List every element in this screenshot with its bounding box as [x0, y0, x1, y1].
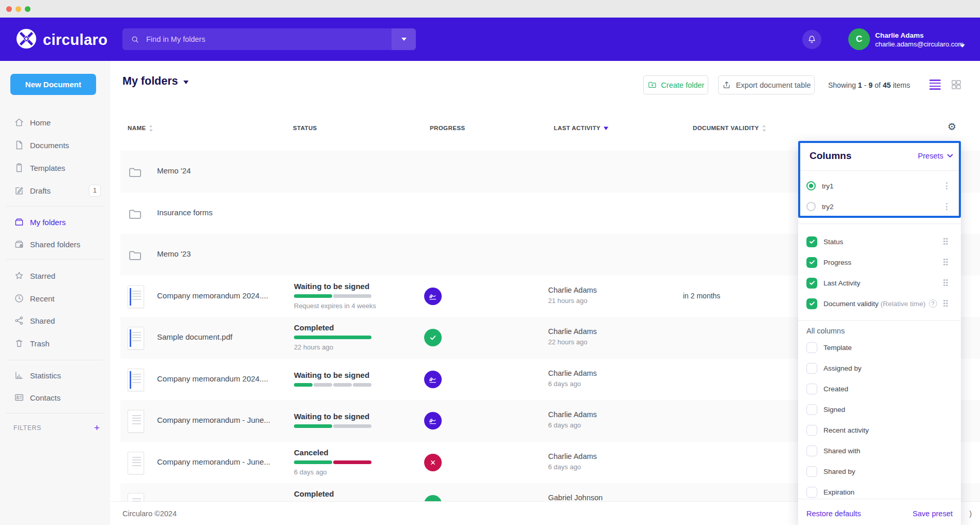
sidebar-item-home[interactable]: Home [0, 113, 110, 132]
sidebar-item-starred[interactable]: Starred [0, 266, 110, 285]
panel-divider [798, 170, 961, 171]
presets-dropdown[interactable]: Presets [918, 152, 953, 160]
activity-user: Charlie Adams [548, 452, 597, 460]
activity-user: Charlie Adams [548, 286, 597, 294]
save-preset-link[interactable]: Save preset [913, 510, 953, 518]
sidebar-item-documents[interactable]: Documents [0, 136, 110, 154]
column-checkbox-unchecked[interactable] [806, 487, 817, 498]
column-checkbox-checked[interactable] [806, 236, 817, 247]
brand[interactable]: circularo [15, 28, 107, 52]
column-checkbox-unchecked[interactable] [806, 466, 817, 477]
user-menu-caret-icon[interactable] [960, 44, 965, 47]
all-column-shared-with: Shared with [798, 440, 961, 461]
drafts-count-badge: 1 [89, 185, 101, 197]
sidebar-item-label: Templates [30, 164, 65, 172]
row-name: Company memorandum 2024.... [157, 291, 268, 300]
all-column-shared-by: Shared by [798, 461, 961, 482]
app-window: circularo C Charlie Adams charlie.adams@… [0, 0, 980, 525]
row-name: Insurance forms [157, 208, 213, 217]
column-checkbox-unchecked[interactable] [806, 342, 817, 353]
visible-column-status: Status [798, 231, 961, 252]
document-thumbnail [128, 410, 144, 433]
sidebar-divider [6, 360, 104, 360]
folder-icon [128, 165, 142, 178]
trash-icon [13, 338, 25, 349]
activity-user: Charlie Adams [548, 327, 597, 336]
panel-divider [798, 320, 961, 321]
status-label: Waiting to be signed [294, 371, 369, 379]
avatar[interactable]: C [848, 28, 870, 50]
drag-handle-icon[interactable] [943, 259, 948, 266]
drag-handle-icon[interactable] [943, 279, 948, 287]
sidebar-item-templates[interactable]: Templates [0, 158, 110, 177]
sidebar-item-recent[interactable]: Recent [0, 289, 110, 308]
preset-radio[interactable] [806, 181, 816, 190]
preset-row-try2[interactable]: try2 [798, 196, 961, 217]
sidebar-item-shared[interactable]: Shared [0, 311, 110, 330]
new-document-button[interactable]: New Document [10, 74, 96, 95]
progress-bar [294, 383, 371, 387]
row-name: Company memorandum - June... [157, 416, 270, 424]
clock-icon [13, 293, 25, 304]
my-folders-icon [13, 216, 25, 228]
preset-radio[interactable] [806, 202, 816, 211]
progress-bar [294, 424, 371, 428]
row-name: Memo '24 [157, 166, 191, 175]
column-checkbox-unchecked[interactable] [806, 446, 817, 456]
activity-user: Gabriel Johnson [548, 494, 603, 502]
help-icon[interactable]: ? [929, 299, 937, 308]
column-checkbox-checked[interactable] [806, 257, 817, 268]
more-options-icon[interactable] [945, 202, 948, 211]
user-email: charlie.adams@circularo.com [875, 40, 963, 48]
column-checkbox-unchecked[interactable] [806, 363, 817, 374]
sidebar-item-drafts[interactable]: Drafts1 [0, 181, 110, 200]
share-icon [13, 315, 25, 326]
progress-bar [294, 460, 371, 464]
app-header: circularo C Charlie Adams charlie.adams@… [0, 18, 980, 61]
close-window-button[interactable] [6, 6, 12, 12]
column-checkbox-checked[interactable] [806, 298, 817, 309]
bell-icon [806, 34, 817, 45]
sidebar-item-trash[interactable]: Trash [0, 334, 110, 353]
status-label: Waiting to be signed [294, 412, 369, 421]
document-thumbnail [128, 369, 144, 391]
column-checkbox-unchecked[interactable] [806, 404, 817, 415]
drag-handle-icon[interactable] [943, 238, 948, 246]
sidebar-divider [6, 206, 104, 206]
add-filter-button[interactable]: + [94, 422, 100, 434]
sidebar: New Document HomeDocumentsTemplatesDraft… [0, 61, 111, 525]
footer-right-fragment: ) [969, 502, 972, 525]
preset-row-try1[interactable]: try1 [798, 176, 961, 196]
column-checkbox-unchecked[interactable] [806, 425, 817, 436]
row-name: Memo '23 [157, 249, 191, 258]
activity-time: 6 days ago [548, 463, 581, 471]
notifications-button[interactable] [802, 30, 821, 49]
sidebar-item-contacts[interactable]: Contacts [0, 388, 110, 407]
search-scope-dropdown[interactable] [392, 28, 416, 50]
folder-icon [128, 207, 142, 219]
sidebar-item-shared-folders[interactable]: Shared folders [0, 235, 110, 253]
row-name: Sample document.pdf [157, 332, 232, 341]
column-checkbox-unchecked[interactable] [806, 384, 817, 394]
sidebar-item-my-folders[interactable]: My folders [0, 213, 110, 231]
status-label: Completed [294, 323, 334, 332]
status-label: Completed [294, 489, 334, 498]
sidebar-item-label: Recent [30, 294, 55, 303]
sidebar-item-label: Documents [30, 141, 69, 150]
sidebar-item-label: My folders [30, 218, 66, 227]
status-label: Waiting to be signed [294, 282, 369, 291]
restore-defaults-link[interactable]: Restore defaults [806, 510, 861, 518]
more-options-icon[interactable] [945, 181, 948, 190]
search-input[interactable] [140, 35, 392, 43]
column-checkbox-checked[interactable] [806, 278, 817, 289]
drag-handle-icon[interactable] [943, 300, 948, 308]
sidebar-item-label: Contacts [30, 393, 60, 402]
chevron-down-icon [947, 154, 953, 158]
all-column-recent-activity: Recent activity [798, 420, 961, 440]
brand-name: circularo [43, 31, 107, 49]
status-label: Canceled [294, 448, 329, 457]
sidebar-item-statistics[interactable]: Statistics [0, 366, 110, 385]
minimize-window-button[interactable] [15, 6, 21, 12]
row-name: Company memorandum - June... [157, 457, 270, 466]
zoom-window-button[interactable] [25, 6, 30, 12]
